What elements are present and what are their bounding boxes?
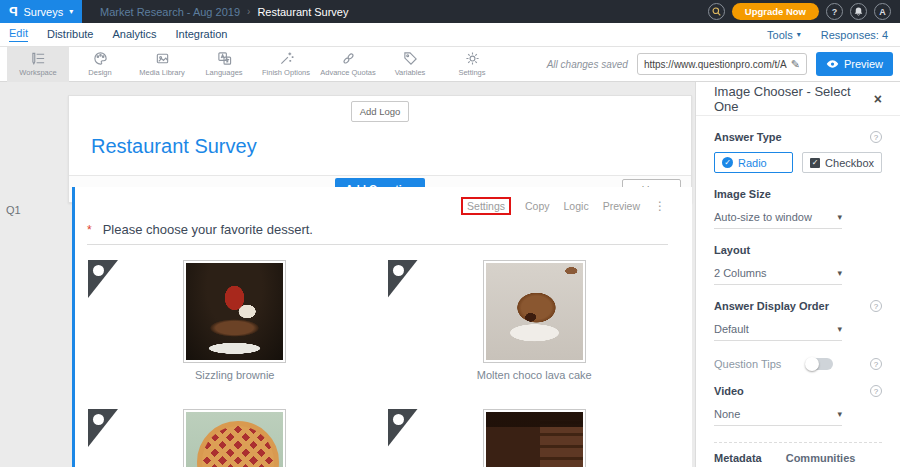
- toolbar-item-label: Finish Options: [262, 68, 310, 77]
- answer-display-order-value: Default: [714, 323, 749, 335]
- radio-corner-flag-icon[interactable]: [88, 260, 118, 298]
- toolbar-item-design[interactable]: Design: [69, 47, 131, 82]
- image-options-grid: Sizzling brownie Molten choco lava cake: [85, 260, 684, 467]
- add-logo-button[interactable]: Add Logo: [351, 101, 410, 122]
- toolbar-right: All changes saved ✎ Preview: [547, 52, 900, 76]
- workspace-icon: [31, 51, 46, 66]
- breadcrumb: Market Research - Aug 2019 › Restaurant …: [100, 6, 348, 18]
- tab-communities[interactable]: Communities: [786, 452, 856, 467]
- layout-select[interactable]: 2 Columns ▾: [714, 267, 842, 285]
- toolbar-item-label: Media Library: [139, 68, 184, 77]
- option-image-frame[interactable]: [483, 260, 586, 363]
- image-option-cell[interactable]: Molten choco lava cake: [385, 260, 685, 382]
- image-size-value: Auto-size to window: [714, 211, 812, 223]
- surveys-menu[interactable]: P Surveys ▾: [0, 0, 82, 23]
- toolbar-item-variables[interactable]: Variables: [379, 47, 441, 82]
- question-logic-action[interactable]: Logic: [564, 200, 589, 212]
- breadcrumb-folder-link[interactable]: Market Research - Aug 2019: [100, 6, 240, 18]
- toggle-knob: [805, 357, 819, 371]
- toolbar-item-label: Workspace: [19, 68, 56, 77]
- languages-icon: [217, 51, 232, 66]
- toolbar-item-languages[interactable]: Languages: [193, 47, 255, 82]
- tools-menu[interactable]: Tools▾: [767, 29, 801, 41]
- tab-distribute[interactable]: Distribute: [47, 28, 93, 42]
- radio-dot: [93, 265, 104, 276]
- chevron-down-icon: ▾: [69, 7, 73, 16]
- preview-button[interactable]: Preview: [816, 52, 893, 76]
- questionpro-logo: P: [9, 4, 18, 19]
- account-avatar-button[interactable]: A: [874, 3, 891, 20]
- media-library-icon: [155, 51, 170, 66]
- image-option-cell[interactable]: [85, 409, 385, 467]
- eye-icon: [826, 59, 839, 69]
- toolbar-item-settings[interactable]: Settings: [441, 47, 503, 82]
- option-image-frame[interactable]: [183, 409, 286, 467]
- tab-edit[interactable]: Edit: [9, 27, 28, 42]
- option-image-frame[interactable]: [483, 409, 586, 467]
- close-icon[interactable]: ×: [874, 92, 882, 106]
- survey-title[interactable]: Restaurant Survey: [69, 122, 691, 175]
- question-settings-action[interactable]: Settings: [461, 197, 511, 215]
- sizzling-brownie-photo: [186, 263, 283, 360]
- toolbar-item-media-library[interactable]: Media Library: [131, 47, 193, 82]
- image-size-select[interactable]: Auto-size to window ▾: [714, 211, 842, 229]
- radio-corner-flag-icon[interactable]: [88, 409, 118, 447]
- molten-choco-lava-cake-photo: [486, 263, 583, 360]
- settings-panel-header: Image Chooser - Select One ×: [696, 82, 900, 116]
- option-image-frame[interactable]: [183, 260, 286, 363]
- option-caption[interactable]: Molten choco lava cake: [477, 369, 592, 382]
- radio-check-icon: ✓: [722, 157, 733, 168]
- option-caption[interactable]: Sizzling brownie: [195, 369, 274, 382]
- toolbar-item-label: Variables: [395, 68, 426, 77]
- tab-analytics[interactable]: Analytics: [112, 28, 156, 42]
- layout-value: 2 Columns: [714, 267, 767, 279]
- toolbar-item-workspace[interactable]: Workspace: [7, 47, 69, 82]
- toolbar-item-finish-options[interactable]: Finish Options: [255, 47, 317, 82]
- question-preview-action[interactable]: Preview: [603, 200, 640, 212]
- image-option-cell[interactable]: Sizzling brownie: [85, 260, 385, 382]
- answer-display-order-select[interactable]: Default ▾: [714, 323, 842, 341]
- radio-corner-flag-icon[interactable]: [388, 260, 418, 298]
- kebab-menu-icon[interactable]: ⋮: [654, 199, 666, 213]
- checkbox-check-icon: ✓: [810, 158, 820, 168]
- toolbar-item-advance-quotas[interactable]: Advance Quotas: [317, 47, 379, 82]
- chevron-down-icon: ▾: [837, 212, 842, 222]
- bell-icon: [853, 6, 864, 17]
- video-select[interactable]: None ▾: [714, 408, 842, 426]
- radio-dot: [393, 414, 404, 425]
- survey-url-input[interactable]: [644, 59, 787, 70]
- help-icon[interactable]: ?: [870, 385, 882, 397]
- answer-type-checkbox-button[interactable]: ✓ Checkbox: [802, 152, 882, 173]
- required-asterisk: *: [87, 222, 92, 237]
- chocolate-cake-photo: [486, 412, 583, 467]
- radio-dot: [93, 414, 104, 425]
- question-text-row[interactable]: * Please choose your favorite dessert.: [87, 222, 668, 245]
- help-icon[interactable]: ?: [870, 358, 882, 370]
- upgrade-now-button[interactable]: Upgrade Now: [732, 3, 819, 20]
- answer-display-order-label: Answer Display Order: [714, 300, 829, 312]
- toolbar-item-label: Languages: [205, 68, 242, 77]
- radio-option-label: Radio: [738, 157, 767, 169]
- image-option-cell[interactable]: [385, 409, 685, 467]
- responses-link[interactable]: Responses: 4: [821, 29, 888, 41]
- question-text[interactable]: Please choose your favorite dessert.: [103, 222, 313, 237]
- help-icon[interactable]: ?: [870, 131, 882, 143]
- design-icon: [93, 51, 108, 66]
- tab-integration[interactable]: Integration: [175, 28, 227, 42]
- search-icon: [711, 6, 722, 17]
- tab-metadata[interactable]: Metadata: [714, 452, 762, 467]
- radio-corner-flag-icon[interactable]: [388, 409, 418, 447]
- editor-toolbar: Workspace Design Media Library Languages…: [0, 47, 900, 82]
- question-copy-action[interactable]: Copy: [525, 200, 550, 212]
- edit-url-pencil-icon[interactable]: ✎: [791, 58, 800, 71]
- notifications-button[interactable]: [850, 3, 867, 20]
- help-button[interactable]: ?: [826, 3, 843, 20]
- help-icon[interactable]: ?: [870, 300, 882, 312]
- question-tips-row: Question Tips ?: [714, 358, 882, 370]
- answer-type-radio-button[interactable]: ✓ Radio: [714, 152, 793, 173]
- finish-options-icon: [279, 51, 294, 66]
- question-tips-label: Question Tips: [714, 358, 806, 370]
- search-button[interactable]: [708, 3, 725, 20]
- divider: [714, 442, 882, 443]
- question-tips-toggle[interactable]: [806, 358, 833, 370]
